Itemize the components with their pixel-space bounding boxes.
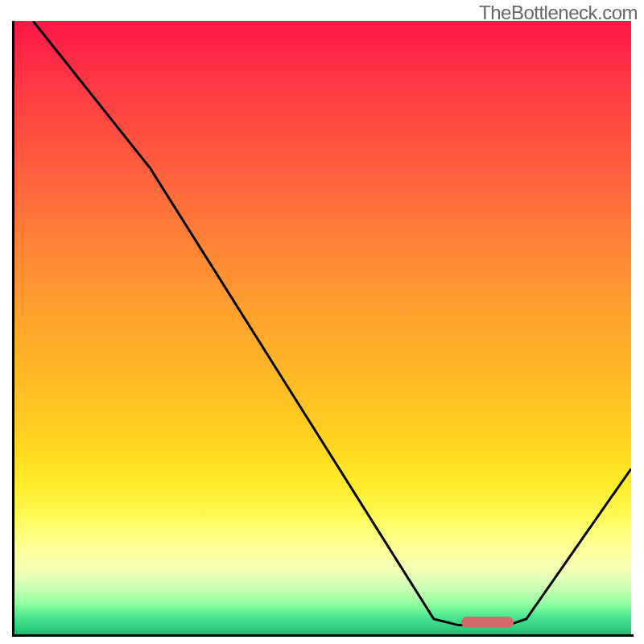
y-axis-line (12, 21, 14, 634)
curve-path (33, 21, 631, 625)
optimal-marker (461, 617, 514, 628)
x-axis-line (12, 634, 634, 637)
chart-container: TheBottleneck.com (0, 0, 644, 644)
plot-area (14, 21, 631, 634)
bottleneck-curve (14, 21, 631, 634)
